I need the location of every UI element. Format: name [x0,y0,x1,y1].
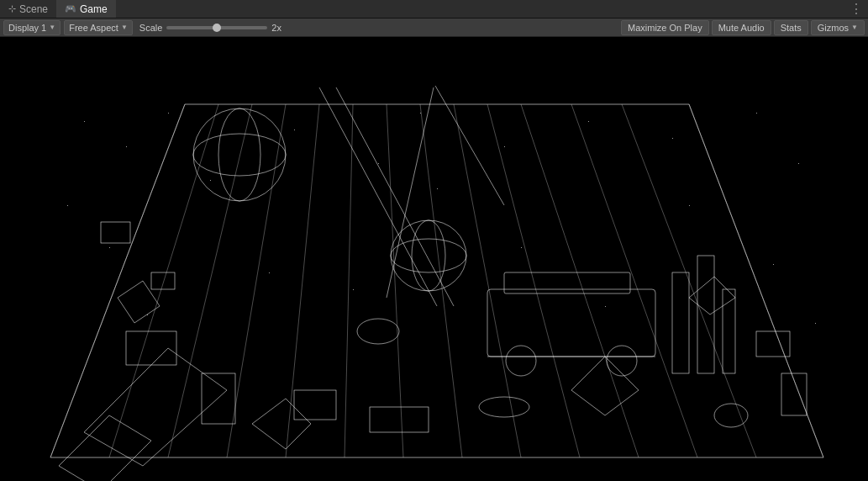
gizmos-chevron-icon: ▼ [851,24,858,31]
toolbar-right: Maximize On Play Mute Audio Stats Gizmos… [621,20,865,35]
mute-label: Mute Audio [718,23,765,33]
svg-rect-73 [420,113,421,114]
svg-rect-88 [773,264,774,265]
scale-group: Scale 2x [139,23,281,33]
svg-rect-84 [437,188,438,189]
svg-rect-70 [210,180,211,181]
scale-slider[interactable] [166,26,267,29]
toolbar: Display 1 ▼ Free Aspect ▼ Scale 2x Maxim… [0,18,868,37]
scale-value-label: 2x [271,23,281,33]
stats-label: Stats [781,23,802,33]
svg-rect-87 [689,205,690,206]
svg-rect-78 [798,163,799,164]
wireframe-scene [0,37,868,481]
svg-rect-71 [294,130,295,130]
game-viewport [0,37,868,481]
tab-game[interactable]: 🎮 Game [56,0,116,18]
gizmos-dropdown[interactable]: Gizmos ▼ [811,20,865,35]
stats-button[interactable]: Stats [774,20,808,35]
svg-rect-79 [67,205,68,206]
display-label: Display 1 [8,23,46,33]
game-icon: 🎮 [65,3,76,14]
svg-rect-69 [168,113,169,114]
svg-rect-82 [269,272,270,273]
aspect-label: Free Aspect [69,23,118,33]
svg-rect-0 [0,37,868,481]
svg-rect-76 [672,138,673,139]
display-chevron-icon: ▼ [49,24,55,31]
svg-rect-68 [126,146,127,147]
scene-svg [0,37,868,481]
svg-rect-81 [147,314,148,315]
svg-rect-77 [756,113,757,114]
scale-text-label: Scale [139,23,163,33]
svg-rect-89 [815,323,816,324]
svg-rect-86 [605,306,606,307]
display-dropdown[interactable]: Display 1 ▼ [3,20,60,35]
tab-more-button[interactable]: ⋮ [850,1,868,17]
mute-audio-button[interactable]: Mute Audio [712,20,771,35]
maximize-label: Maximize On Play [628,23,702,33]
tab-scene-label: Scene [19,3,48,15]
scene-icon: ⊹ [8,3,16,14]
svg-rect-75 [588,121,589,122]
scale-thumb [213,24,221,32]
aspect-dropdown[interactable]: Free Aspect ▼ [64,20,133,35]
tab-bar: ⊹ Scene 🎮 Game ⋮ [0,0,868,18]
svg-rect-80 [109,247,110,248]
aspect-chevron-icon: ▼ [121,24,128,31]
gizmos-label: Gizmos [818,23,849,33]
svg-rect-72 [378,163,379,164]
maximize-on-play-button[interactable]: Maximize On Play [621,20,709,35]
svg-rect-83 [353,289,354,290]
svg-rect-67 [84,121,85,122]
svg-rect-74 [504,146,505,147]
svg-rect-85 [521,247,522,248]
tab-scene[interactable]: ⊹ Scene [0,0,56,18]
tab-game-label: Game [80,3,108,15]
